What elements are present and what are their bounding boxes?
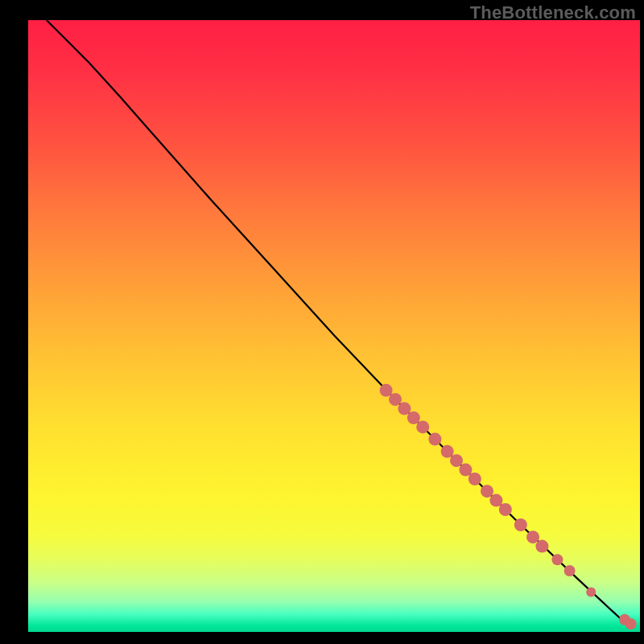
data-point: [389, 393, 402, 406]
data-point: [398, 402, 411, 415]
data-point: [469, 473, 481, 485]
chart-svg: [28, 20, 640, 632]
data-point: [551, 554, 563, 565]
data-point: [441, 445, 454, 458]
data-point: [380, 384, 393, 397]
data-points: [380, 384, 637, 630]
data-point: [459, 464, 472, 477]
data-point: [625, 618, 637, 630]
data-point: [526, 530, 539, 543]
data-point: [564, 565, 576, 576]
data-point: [481, 485, 493, 497]
data-point: [499, 503, 512, 516]
data-point: [514, 518, 527, 531]
data-point: [407, 411, 420, 424]
chart-area: [28, 20, 640, 632]
attribution-label: TheBottleneck.com: [470, 2, 636, 23]
data-point: [428, 433, 441, 446]
trend-curve: [47, 20, 634, 625]
data-point: [586, 588, 596, 597]
data-point: [489, 494, 502, 507]
data-point: [450, 454, 463, 467]
data-point: [416, 420, 429, 433]
data-point: [535, 540, 548, 553]
